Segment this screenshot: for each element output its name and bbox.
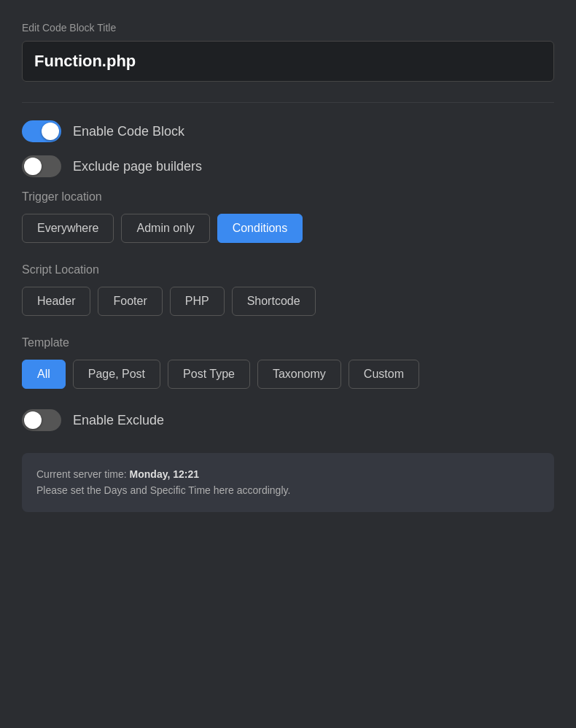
enable-exclude-toggle[interactable] <box>22 409 61 431</box>
template-section: Template All Page, Post Post Type Taxono… <box>22 336 554 389</box>
template-custom-button[interactable]: Custom <box>349 360 419 389</box>
divider-1 <box>22 102 554 103</box>
script-location-section: Script Location Header Footer PHP Shortc… <box>22 263 554 316</box>
script-location-title: Script Location <box>22 263 554 276</box>
code-block-title-input[interactable] <box>22 41 554 82</box>
template-page-post-button[interactable]: Page, Post <box>73 360 160 389</box>
info-box-line1: Current server time: Monday, 12:21 <box>36 466 540 482</box>
enable-code-block-row: Enable Code Block <box>22 120 554 142</box>
enable-exclude-row: Enable Exclude <box>22 409 554 431</box>
enable-code-block-toggle[interactable] <box>22 120 61 142</box>
exclude-page-builders-label: Exclude page builders <box>73 159 202 174</box>
script-footer-button[interactable]: Footer <box>98 287 162 316</box>
script-header-button[interactable]: Header <box>22 287 90 316</box>
enable-exclude-label: Enable Exclude <box>73 413 164 428</box>
script-location-buttons: Header Footer PHP Shortcode <box>22 287 554 316</box>
info-box-line2: Please set the Days and Specific Time he… <box>36 482 540 498</box>
trigger-everywhere-button[interactable]: Everywhere <box>22 214 114 243</box>
trigger-admin-only-button[interactable]: Admin only <box>121 214 209 243</box>
trigger-location-section: Trigger location Everywhere Admin only C… <box>22 190 554 243</box>
trigger-location-title: Trigger location <box>22 190 554 204</box>
template-buttons: All Page, Post Post Type Taxonomy Custom <box>22 360 554 389</box>
enable-code-block-label: Enable Code Block <box>73 124 184 139</box>
exclude-page-builders-toggle[interactable] <box>22 155 61 177</box>
exclude-page-builders-row: Exclude page builders <box>22 155 554 177</box>
info-box-bold: Monday, 12:21 <box>130 468 199 480</box>
template-post-type-button[interactable]: Post Type <box>168 360 250 389</box>
script-shortcode-button[interactable]: Shortcode <box>232 287 316 316</box>
trigger-conditions-button[interactable]: Conditions <box>217 214 303 243</box>
template-all-button[interactable]: All <box>22 360 66 389</box>
template-taxonomy-button[interactable]: Taxonomy <box>257 360 341 389</box>
info-box-prefix: Current server time: <box>36 468 130 480</box>
title-section-label: Edit Code Block Title <box>22 22 554 34</box>
template-title: Template <box>22 336 554 349</box>
info-box: Current server time: Monday, 12:21 Pleas… <box>22 453 554 512</box>
title-section: Edit Code Block Title <box>22 22 554 82</box>
trigger-location-buttons: Everywhere Admin only Conditions <box>22 214 554 243</box>
script-php-button[interactable]: PHP <box>170 287 225 316</box>
